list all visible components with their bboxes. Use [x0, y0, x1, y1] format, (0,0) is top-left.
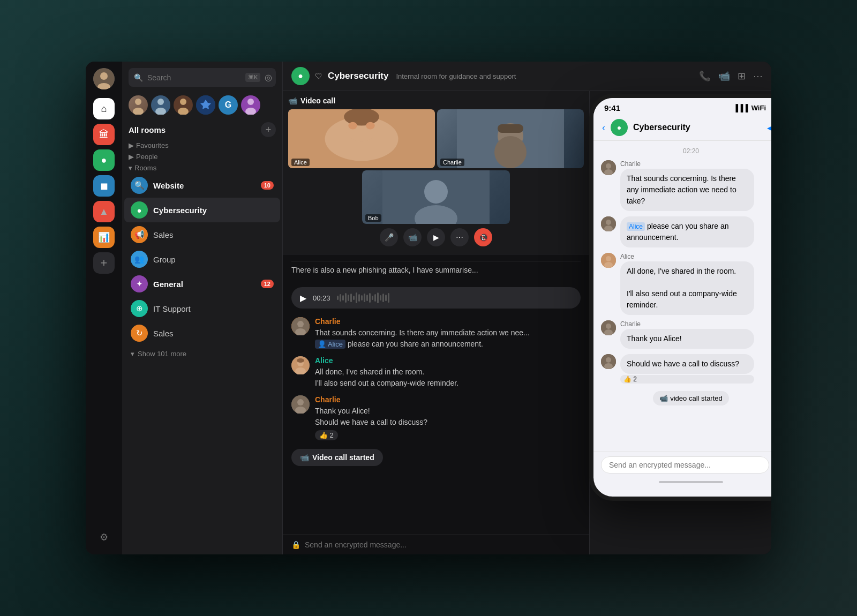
video-call-started-badge: 📹 Video call started [291, 447, 581, 468]
more-options-button[interactable]: ⋯ [753, 70, 763, 82]
encrypted-shield-icon: 🔒 [291, 540, 300, 549]
audio-message[interactable]: ▶ 00:23 [291, 287, 581, 309]
nav-analytics-button[interactable]: 📊 [93, 227, 115, 248]
mobile-message-alice-1: Alice All done, I've shared in the room.… [601, 253, 754, 315]
charlie-avatar-1 [291, 317, 310, 335]
mobile-message-charlie-1: Charlie That sounds concerning. Is there… [601, 160, 754, 211]
battery-icon: 🔋 [769, 104, 771, 112]
mobile-message-input[interactable] [601, 456, 769, 474]
back-button[interactable]: ‹ [602, 122, 605, 133]
charlie-author-1: Charlie [315, 317, 581, 326]
svg-point-4 [133, 108, 144, 115]
recent-avatar-3[interactable] [174, 95, 193, 115]
mobile-nav-bar: ‹ ● Cybersecurity ◀◀ [593, 115, 771, 141]
people-label[interactable]: ▶ People [129, 153, 276, 161]
room-name-cybersecurity: Cybersecurity [153, 206, 274, 215]
end-call-button[interactable]: 📵 [474, 228, 492, 246]
nav-status-button[interactable]: ● [93, 149, 115, 171]
recent-avatar-6[interactable] [241, 95, 260, 115]
room-item-sales[interactable]: 📢 Sales [124, 222, 280, 247]
mobile-charlie-name-2: Charlie [620, 320, 754, 328]
mobile-charlie-bubble-1: That sounds concerning. Is there any imm… [620, 169, 754, 211]
mobile-call-button[interactable]: ◀◀ [767, 123, 771, 133]
mobile-charlie-group-3: Should we have a call to discuss? 👍 2 [620, 354, 754, 384]
search-bar[interactable]: 🔍 ⌘K ◎ [129, 68, 276, 87]
mobile-video-started: 📹 video call started [601, 389, 771, 408]
favourites-label[interactable]: ▶ Favourites [129, 141, 276, 149]
mobile-reaction[interactable]: 👍 2 [620, 375, 754, 384]
mobile-home-indicator [659, 481, 723, 483]
mute-mic-button[interactable]: 🎤 [380, 228, 398, 246]
chat-room-icon: ● [291, 67, 310, 85]
room-item-group[interactable]: 👥 Group [124, 247, 280, 272]
room-item-sales2[interactable]: ↻ Sales [124, 321, 280, 345]
mobile-video-icon: 📹 [659, 394, 668, 402]
all-rooms-header: All rooms + [122, 119, 282, 139]
phishing-text: There is also a new phishing attack, I h… [291, 266, 478, 274]
play-icon[interactable]: ▶ [300, 293, 306, 303]
mobile-room-name: Cybersecurity [633, 123, 690, 132]
compass-icon[interactable]: ◎ [265, 72, 272, 82]
add-room-button[interactable]: + [261, 122, 276, 137]
show-more-button[interactable]: ▾ Show 101 more [124, 345, 280, 362]
room-item-website[interactable]: 🔍 Website 10 [124, 173, 280, 198]
message-input[interactable] [305, 540, 581, 549]
video-alice-label: Alice [291, 159, 310, 166]
settings-icon[interactable]: ⚙ [93, 527, 115, 548]
user-avatar[interactable] [93, 68, 115, 89]
video-tile-bob: Bob [362, 170, 510, 224]
charlie-message-2-content: Charlie Thank you Alice! Should we have … [315, 395, 581, 440]
signal-icon: ▐▐▐ [733, 104, 748, 112]
phone-call-button[interactable]: 📞 [699, 70, 711, 82]
mobile-status-bar: 9:41 ▐▐▐ WiFi 🔋 [593, 98, 771, 115]
mobile-mention-group: Alice please can you share an announceme… [620, 216, 754, 247]
nav-add-button[interactable]: + [93, 252, 115, 274]
nav-bank-button[interactable]: 🏛 [93, 124, 115, 145]
share-screen-button[interactable]: ▶ [427, 228, 445, 246]
video-controls: 🎤 📹 ▶ ⋯ 📵 [288, 224, 584, 249]
svg-point-36 [606, 163, 611, 169]
video-charlie-label: Charlie [440, 159, 464, 166]
recent-avatar-2[interactable] [151, 95, 170, 115]
message-alice-1: Alice All done, I've shared in the room.… [291, 356, 581, 389]
favourites-section: ▶ Favourites [122, 139, 282, 151]
grid-view-button[interactable]: ⊞ [738, 70, 746, 82]
room-item-general[interactable]: ✦ General 12 [124, 272, 280, 296]
more-call-options-button[interactable]: ⋯ [450, 228, 469, 246]
video-call-button[interactable]: 📹 [718, 70, 730, 82]
toggle-video-button[interactable]: 📹 [403, 228, 422, 246]
video-panel-header: 📹 Video call [288, 96, 584, 105]
message-charlie-1: Charlie That sounds concerning. Is there… [291, 317, 581, 350]
mobile-charlie-avatar-3 [601, 354, 616, 369]
nav-location-button[interactable]: ▲ [93, 201, 115, 222]
recent-avatar-4[interactable] [196, 95, 215, 115]
video-started-icon: 📹 [300, 453, 309, 462]
svg-point-5 [157, 99, 164, 105]
mobile-charlie-bubble-2: Thank you Alice! [620, 329, 754, 349]
svg-point-3 [135, 99, 141, 105]
mobile-charlie-avatar-2 [601, 320, 616, 335]
rooms-label[interactable]: ▾ Rooms [129, 164, 276, 172]
room-item-it-support[interactable]: ⊕ IT Support [124, 296, 280, 321]
video-started-text: Video call started [312, 453, 374, 462]
mobile-overlay: 9:41 ▐▐▐ WiFi 🔋 ‹ ● Cybersecurity ◀◀ 02:… [589, 94, 771, 501]
search-input[interactable] [147, 73, 241, 82]
nav-calendar-button[interactable]: ◼ [93, 175, 115, 197]
nav-home-button[interactable]: ⌂ [93, 98, 115, 119]
recent-avatar-5[interactable]: G [219, 95, 238, 115]
wifi-icon: WiFi [751, 104, 766, 112]
all-rooms-label[interactable]: All rooms [129, 125, 166, 134]
video-grid: Alice Charlie [288, 109, 584, 224]
alice-author-1: Alice [315, 356, 581, 365]
message-reaction[interactable]: 👍 2 [315, 430, 338, 440]
mobile-video-badge: 📹 video call started [653, 391, 729, 405]
mobile-message-charlie-2: Charlie Thank you Alice! [601, 320, 754, 349]
svg-rect-20 [498, 124, 523, 133]
rooms-section: ▾ Rooms [122, 162, 282, 173]
mobile-charlie-group-1: Charlie That sounds concerning. Is there… [620, 160, 754, 211]
recent-avatar-1[interactable] [129, 95, 148, 115]
chat-header-actions: 📞 📹 ⊞ ⋯ [699, 70, 763, 82]
room-item-cybersecurity[interactable]: ● Cybersecurity [124, 198, 280, 222]
charlie-avatar-2 [291, 395, 310, 414]
room-name-it-support: IT Support [153, 304, 274, 313]
